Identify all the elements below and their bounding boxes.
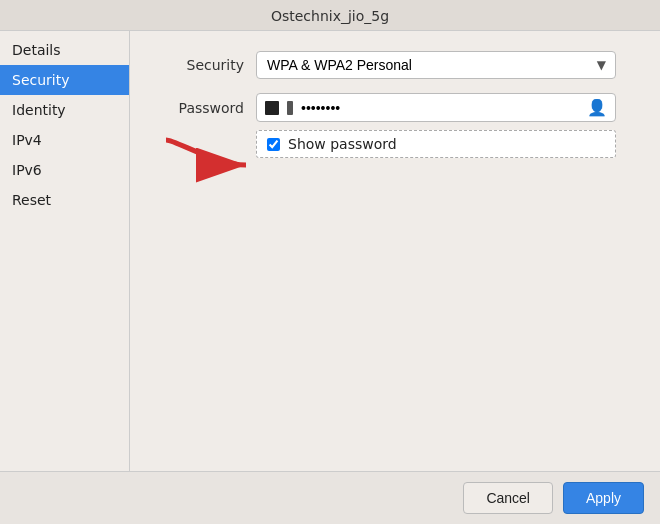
show-password-label[interactable]: Show password (288, 136, 397, 152)
person-icon[interactable]: 👤 (579, 94, 615, 121)
show-password-checkbox[interactable] (267, 138, 280, 151)
cancel-button[interactable]: Cancel (463, 482, 553, 514)
sidebar-item-ipv6[interactable]: IPv6 (0, 155, 129, 185)
window-title: Ostechnix_jio_5g (0, 0, 660, 31)
content-area: Security WPA & WPA2 Personal None WEP 40… (130, 31, 660, 471)
bottom-bar: Cancel Apply (0, 471, 660, 524)
red-arrow-icon (146, 125, 266, 195)
password-label: Password (154, 100, 244, 116)
sidebar-item-identity[interactable]: Identity (0, 95, 129, 125)
sidebar-item-reset[interactable]: Reset (0, 185, 129, 215)
security-label: Security (154, 57, 244, 73)
apply-button[interactable]: Apply (563, 482, 644, 514)
sidebar-item-security[interactable]: Security (0, 65, 129, 95)
security-select-wrapper: WPA & WPA2 Personal None WEP 40/128-bit … (256, 51, 616, 79)
password-input-group: 👤 (256, 93, 616, 122)
sidebar-item-details[interactable]: Details (0, 35, 129, 65)
security-select[interactable]: WPA & WPA2 Personal None WEP 40/128-bit … (256, 51, 616, 79)
password-input[interactable] (297, 95, 579, 121)
show-password-area: Show password (256, 130, 636, 158)
password-dot2 (287, 101, 293, 115)
password-dot1 (265, 101, 279, 115)
show-password-box[interactable]: Show password (256, 130, 616, 158)
sidebar-item-ipv4[interactable]: IPv4 (0, 125, 129, 155)
password-row: Password 👤 (154, 93, 636, 122)
security-row: Security WPA & WPA2 Personal None WEP 40… (154, 51, 636, 79)
sidebar: Details Security Identity IPv4 IPv6 Rese… (0, 31, 130, 471)
